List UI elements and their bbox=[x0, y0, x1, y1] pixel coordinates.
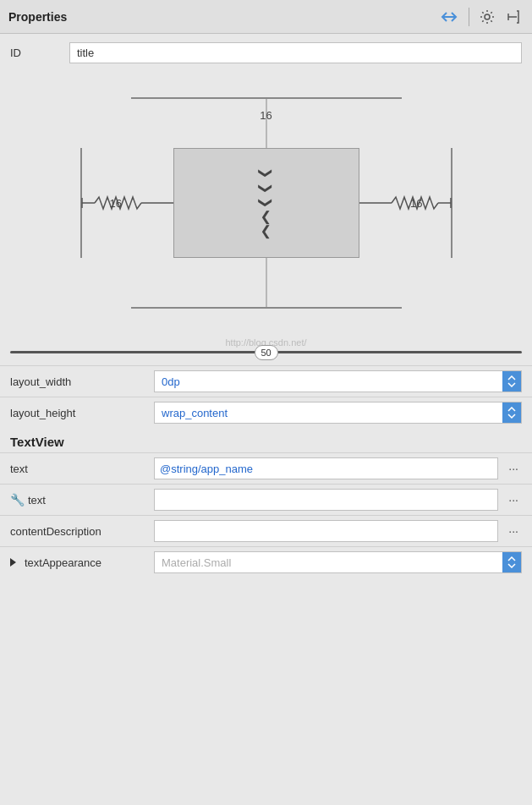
chevrons-down: ❯ ❯ ❯ bbox=[261, 166, 271, 211]
layout-height-text: wrap_content bbox=[155, 402, 502, 423]
layout-height-spinner[interactable] bbox=[502, 402, 521, 423]
text-tool-ellipsis-button[interactable]: ··· bbox=[505, 493, 522, 507]
header-title: Properties bbox=[8, 10, 67, 24]
layout-width-text: 0dp bbox=[155, 371, 502, 392]
conn-bottom bbox=[266, 258, 266, 309]
wrench-icon: 🔧 bbox=[10, 493, 25, 507]
text-appearance-row: textAppearance Material.Small bbox=[0, 546, 532, 578]
chevron-up-1: ❯ bbox=[261, 211, 271, 226]
diagram-area: 16 16 16 ❯ ❯ ❯ bbox=[0, 72, 532, 334]
textview-title: TextView bbox=[10, 435, 64, 449]
text-prop-input[interactable] bbox=[154, 457, 498, 479]
text-appearance-label: textAppearance bbox=[10, 556, 154, 569]
diagram-container: 16 16 16 ❯ ❯ ❯ bbox=[63, 80, 469, 326]
content-desc-row: contentDescription ··· bbox=[0, 515, 532, 546]
spring-left-svg bbox=[82, 190, 175, 216]
chevron-down-2: ❯ bbox=[259, 183, 274, 194]
text-tool-prop-row: 🔧 text ··· bbox=[0, 484, 532, 515]
text-prop-row: text ··· bbox=[0, 452, 532, 484]
id-input[interactable] bbox=[69, 42, 522, 63]
expand-arrow-icon[interactable] bbox=[10, 558, 16, 567]
layout-height-label: layout_height bbox=[10, 407, 154, 419]
properties-header: Properties bbox=[0, 0, 532, 34]
layout-height-value: wrap_content bbox=[154, 402, 522, 424]
margin-left-label: 16 bbox=[110, 197, 122, 210]
layout-width-label: layout_width bbox=[10, 375, 154, 388]
chevron-down-3: ❯ bbox=[259, 197, 274, 208]
layout-height-row: layout_height wrap_content bbox=[0, 397, 532, 428]
text-appearance-select[interactable]: Material.Small bbox=[154, 551, 522, 573]
slider-wrapper: 50 bbox=[10, 351, 522, 353]
id-row: ID bbox=[0, 34, 532, 72]
text-ellipsis-button[interactable]: ··· bbox=[505, 462, 522, 475]
slider-thumb[interactable]: 50 bbox=[255, 345, 278, 360]
text-appearance-spinner[interactable] bbox=[502, 552, 521, 572]
layout-width-select[interactable]: 0dp bbox=[154, 370, 522, 392]
conn-top bbox=[266, 97, 266, 148]
layout-height-select[interactable]: wrap_content bbox=[154, 402, 522, 424]
slider-value: 50 bbox=[261, 348, 271, 358]
header-icons bbox=[436, 8, 524, 26]
content-desc-label: contentDescription bbox=[10, 525, 154, 538]
layout-width-spinner[interactable] bbox=[502, 371, 521, 392]
chevron-down-1: ❯ bbox=[259, 167, 274, 178]
margin-top-label: 16 bbox=[260, 109, 271, 122]
chevrons-up: ❯ ❯ bbox=[261, 211, 271, 240]
margin-right-label: 16 bbox=[410, 197, 422, 210]
slider-area: http://blog.csdn.net/ 50 bbox=[0, 334, 532, 365]
expand-button[interactable] bbox=[503, 8, 524, 26]
center-box: ❯ ❯ ❯ ❯ ❯ bbox=[173, 148, 359, 258]
slider-track[interactable]: 50 bbox=[10, 351, 522, 353]
content-desc-ellipsis-button[interactable]: ··· bbox=[505, 524, 522, 538]
sync-button[interactable] bbox=[436, 8, 462, 26]
layout-width-value: 0dp bbox=[154, 370, 522, 392]
text-tool-input[interactable] bbox=[154, 489, 498, 511]
textview-section-header: TextView bbox=[0, 428, 532, 452]
id-label: ID bbox=[10, 47, 61, 59]
gear-button[interactable] bbox=[476, 8, 498, 26]
svg-point-0 bbox=[485, 14, 490, 19]
text-prop-label: text bbox=[10, 463, 154, 475]
spring-right-svg bbox=[358, 190, 451, 216]
chevron-up-2: ❯ bbox=[261, 225, 271, 240]
header-separator bbox=[469, 8, 469, 26]
layout-width-row: layout_width 0dp bbox=[0, 365, 532, 397]
text-appearance-text: Material.Small bbox=[155, 552, 502, 572]
content-desc-input[interactable] bbox=[154, 520, 498, 542]
text-tool-prop-label: 🔧 text bbox=[10, 493, 154, 507]
